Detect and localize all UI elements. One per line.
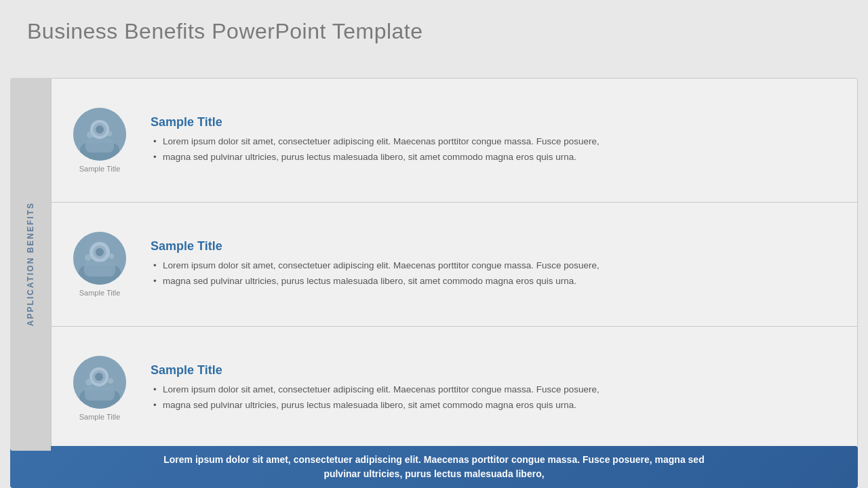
avatar-caption-3: Sample Title: [79, 413, 121, 421]
main-container: APPLICATION BENEFITS: [10, 78, 858, 451]
page-title: Business Benefits PowerPoint Template: [27, 19, 423, 44]
avatar-3: [73, 356, 126, 409]
benefit-title-3: Sample Title: [151, 363, 846, 378]
avatar-section-1: Sample Title: [62, 108, 137, 173]
svg-rect-27: [73, 356, 126, 409]
avatar-section-2: Sample Title: [62, 232, 137, 297]
benefit-bullet-3-1: Lorem ipsum dolor sit amet, consectetuer…: [151, 383, 846, 396]
benefit-bullet-1-1: Lorem ipsum dolor sit amet, consectetuer…: [151, 135, 846, 148]
benefit-bullet-3-2: magna sed pulvinar ultricies, purus lect…: [151, 399, 846, 412]
benefit-row-1: Sample Title Sample Title Lorem ipsum do…: [52, 79, 857, 203]
benefit-title-2: Sample Title: [151, 239, 846, 253]
avatar-caption-2: Sample Title: [79, 289, 121, 297]
avatar-section-3: Sample Title: [62, 356, 137, 421]
avatar-1: [73, 108, 126, 161]
avatar-caption-1: Sample Title: [79, 165, 121, 173]
benefit-row-3: Sample Title Sample Title Lorem ipsum do…: [52, 327, 857, 450]
benefit-title-1: Sample Title: [151, 115, 846, 129]
sidebar-tab: APPLICATION BENEFITS: [10, 78, 51, 451]
svg-rect-18: [73, 232, 126, 285]
avatar-2: [73, 232, 126, 285]
sidebar-label: APPLICATION BENEFITS: [26, 202, 35, 326]
benefit-text-3: Sample Title Lorem ipsum dolor sit amet,…: [137, 363, 846, 413]
benefit-text-1: Sample Title Lorem ipsum dolor sit amet,…: [137, 115, 846, 165]
benefit-bullet-2-1: Lorem ipsum dolor sit amet, consectetuer…: [151, 259, 846, 272]
svg-rect-9: [73, 108, 126, 161]
benefit-bullet-1-2: magna sed pulvinar ultricies, purus lect…: [151, 150, 846, 164]
content-area: Sample Title Sample Title Lorem ipsum do…: [51, 78, 858, 451]
benefit-row-2: Sample Title Sample Title Lorem ipsum do…: [52, 203, 857, 327]
benefit-bullets-2: Lorem ipsum dolor sit amet, consectetuer…: [151, 259, 846, 288]
benefit-text-2: Sample Title Lorem ipsum dolor sit amet,…: [137, 239, 846, 289]
benefit-bullet-2-2: magna sed pulvinar ultricies, purus lect…: [151, 274, 846, 288]
benefit-bullets-1: Lorem ipsum dolor sit amet, consectetuer…: [151, 135, 846, 164]
footer-text: Lorem ipsum dolor sit amet, consectetuer…: [163, 453, 704, 481]
footer-bar: Lorem ipsum dolor sit amet, consectetuer…: [10, 446, 858, 488]
benefit-bullets-3: Lorem ipsum dolor sit amet, consectetuer…: [151, 383, 846, 412]
